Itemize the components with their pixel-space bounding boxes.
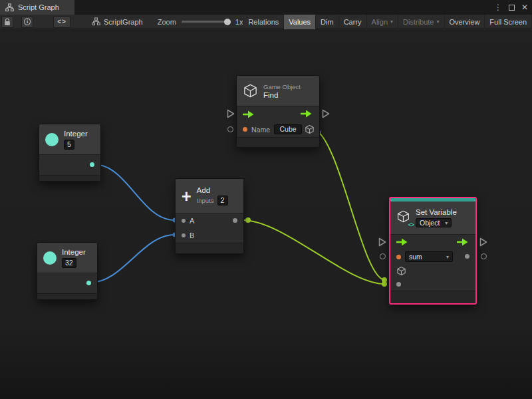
script-graph-window: Script Graph ⋮ ✕ i <> ScriptGraph Zoom 1… <box>0 0 532 399</box>
node-category: Game Object <box>263 83 301 90</box>
overview-button[interactable]: Overview <box>444 15 485 29</box>
chevron-down-icon: ▾ <box>446 254 449 260</box>
gameobject-output-port[interactable] <box>305 124 315 134</box>
integer-icon <box>43 251 57 265</box>
info-button[interactable]: i <box>21 16 33 28</box>
node-body <box>39 155 100 175</box>
variable-code-icon: <> <box>408 221 414 228</box>
external-value-in-circle[interactable] <box>380 253 386 259</box>
output-port[interactable] <box>90 162 94 167</box>
node-title: Integer <box>62 248 86 256</box>
node-header: Integer 32 <box>37 243 97 273</box>
external-flow-out-triangle[interactable] <box>322 109 330 118</box>
node-title: Find <box>263 91 301 99</box>
relations-button[interactable]: Relations <box>243 15 283 29</box>
node-title: Set Variable <box>416 208 457 216</box>
node-body <box>37 273 97 293</box>
node-add[interactable]: + Add Inputs 2 A B <box>175 178 244 254</box>
tab-script-graph[interactable]: Script Graph <box>0 0 74 15</box>
maximize-icon[interactable] <box>509 5 515 11</box>
sum-output-port[interactable] <box>233 218 237 223</box>
close-icon[interactable]: ✕ <box>521 3 528 11</box>
variable-name-dropdown[interactable]: sum ▾ <box>405 251 453 262</box>
wire-add-to-setvariable <box>242 220 385 284</box>
flow-output-port[interactable] <box>457 238 468 246</box>
flow-port-row <box>237 106 319 122</box>
values-button[interactable]: Values <box>283 15 315 29</box>
graph-breadcrumb[interactable]: ScriptGraph <box>89 15 146 29</box>
node-footer <box>390 291 475 303</box>
variable-name-row: sum ▾ <box>390 249 475 264</box>
zoom-slider[interactable] <box>182 15 231 29</box>
output-port[interactable] <box>86 281 91 285</box>
value-output-port[interactable] <box>465 254 469 259</box>
align-button[interactable]: Align▾ <box>366 15 398 29</box>
chevron-down-icon: ▾ <box>445 220 448 226</box>
zoom-slider-track[interactable] <box>182 21 231 23</box>
flow-input-port[interactable] <box>243 110 254 118</box>
inputs-count-field[interactable]: 2 <box>217 196 228 205</box>
inputs-label: Inputs <box>197 197 214 204</box>
new-value-port[interactable] <box>396 282 401 287</box>
zoom-value: 1x <box>235 18 243 26</box>
integer-icon <box>45 133 59 146</box>
integer-value-field[interactable]: 32 <box>62 258 76 268</box>
lock-button[interactable] <box>1 16 13 28</box>
input-b-port[interactable] <box>182 233 186 237</box>
wire-end-dot <box>382 277 387 283</box>
node-footer <box>176 243 243 253</box>
flow-input-port[interactable] <box>396 238 408 246</box>
graph-name: ScriptGraph <box>104 18 143 26</box>
input-a-row: A <box>176 213 243 228</box>
node-gameobject-find[interactable]: Game Object Find Name Cube <box>236 75 320 148</box>
node-header: <> Set Variable Object ▾ <box>390 201 475 235</box>
name-value-field[interactable]: Cube <box>274 124 302 134</box>
name-param-row: Name Cube <box>237 122 319 137</box>
external-flow-in-triangle[interactable] <box>378 237 386 247</box>
game-object-cube-icon <box>243 83 258 98</box>
zoom-slider-handle[interactable] <box>224 19 231 25</box>
node-header: Game Object Find <box>237 76 319 106</box>
dim-button[interactable]: Dim <box>315 15 338 29</box>
node-header: Integer 5 <box>39 124 100 155</box>
external-value-out-circle[interactable] <box>481 253 487 259</box>
name-input-port[interactable] <box>243 127 247 132</box>
chevron-down-icon: ▾ <box>437 19 440 25</box>
carry-button[interactable]: Carry <box>338 15 366 29</box>
variable-name-port[interactable] <box>396 255 401 259</box>
external-flow-in-triangle[interactable] <box>227 109 235 118</box>
node-set-variable[interactable]: <> Set Variable Object ▾ sum ▾ <box>389 197 477 305</box>
node-footer <box>39 175 100 181</box>
code-icon: <> <box>57 18 66 25</box>
input-b-row: B <box>176 228 243 243</box>
chevron-down-icon: ▾ <box>390 19 393 25</box>
node-header: + Add Inputs 2 <box>176 179 243 213</box>
new-value-row <box>390 277 475 291</box>
external-value-in-circle[interactable] <box>227 126 233 132</box>
node-integer-a[interactable]: Integer 5 <box>39 124 101 182</box>
full-screen-button[interactable]: Full Screen <box>484 15 532 29</box>
wire-integer5-to-add-a <box>94 164 174 220</box>
node-integer-b[interactable]: Integer 32 <box>37 242 98 300</box>
distribute-button[interactable]: Distribute▾ <box>398 15 444 29</box>
external-flow-out-triangle[interactable] <box>479 237 487 247</box>
kebab-menu-icon[interactable]: ⋮ <box>494 3 502 11</box>
input-a-label: A <box>190 217 194 225</box>
graph-breadcrumb-icon <box>92 17 100 26</box>
variable-kind-dropdown[interactable]: Object ▾ <box>416 218 452 227</box>
param-label: Name <box>251 126 270 134</box>
target-object-port[interactable] <box>396 266 406 276</box>
target-object-row <box>390 264 475 277</box>
info-icon: i <box>24 18 31 25</box>
integer-value-field[interactable]: 5 <box>64 140 74 150</box>
code-view-button[interactable]: <> <box>53 16 70 28</box>
script-graph-icon <box>5 3 14 12</box>
node-footer <box>37 293 97 299</box>
wire-integer32-to-add-b <box>90 235 174 283</box>
add-plus-icon: + <box>182 189 192 203</box>
flow-output-port[interactable] <box>301 110 312 118</box>
input-a-port[interactable] <box>182 219 186 223</box>
input-b-label: B <box>190 231 194 239</box>
zoom-label: Zoom <box>158 18 176 26</box>
node-title: Add <box>197 186 228 194</box>
